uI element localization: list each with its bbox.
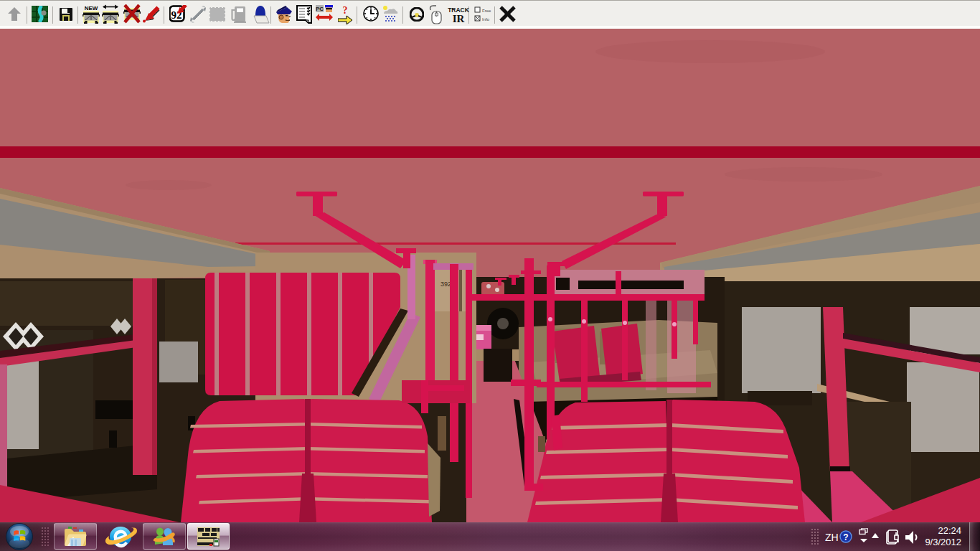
svg-text:NEW: NEW: [85, 5, 98, 11]
svg-text:Info: Info: [482, 17, 490, 22]
svg-text:IR: IR: [453, 13, 465, 24]
svg-text:PC: PC: [316, 6, 324, 12]
svg-text:Free: Free: [482, 9, 491, 13]
svg-text:?: ?: [343, 5, 348, 16]
svg-text:?: ?: [843, 532, 848, 542]
